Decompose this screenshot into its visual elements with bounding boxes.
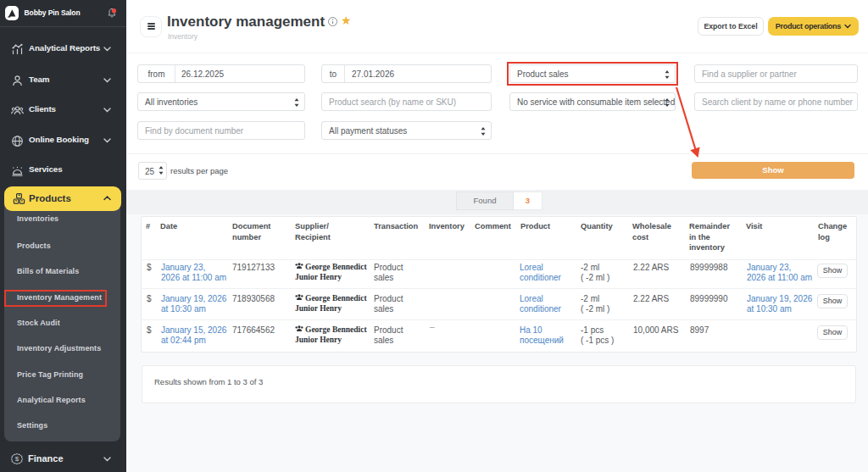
svg-text:$: $ — [15, 455, 19, 463]
